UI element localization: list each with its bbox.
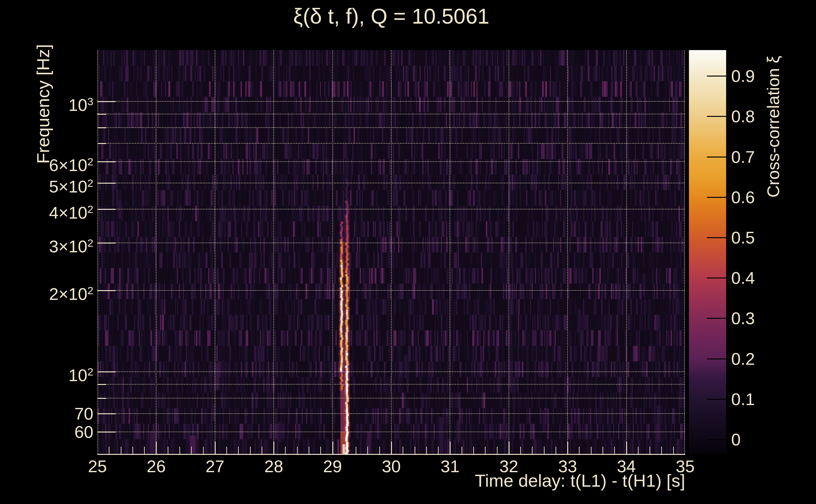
x-tick-label: 25 [72,457,123,475]
colorbar-tick-label: 0.8 [731,107,794,125]
colorbar-tick [707,157,726,157]
colorbar-tick-label: 0.4 [731,269,794,287]
figure: ξ(δ t, f), Q = 10.5061 Frequency [Hz] 10… [0,0,816,504]
x-tick-label: 26 [131,457,181,475]
colorbar-tick-label: 0.6 [731,188,794,206]
colorbar-tick-label: 0 [731,431,794,448]
y-tick-label: 2×102 [13,282,93,303]
colorbar-tick [707,399,726,400]
heatmap-canvas [97,50,685,455]
colorbar-tick-label: 0.1 [731,390,794,408]
colorbar-tick [707,197,726,198]
y-tick-label: 70 [13,405,93,422]
x-tick-label: 28 [249,457,299,475]
y-tick-label: 5×102 [13,174,93,195]
x-tick-label: 30 [366,457,417,475]
colorbar-tick-label: 0.9 [731,67,794,85]
colorbar-tick [707,439,726,440]
x-tick-label: 29 [308,457,358,475]
x-axis-title: Time delay: t(L1) - t(H1) [s] [475,471,685,490]
y-tick-label: 103 [13,93,93,114]
y-tick-label: 4×102 [13,200,93,221]
colorbar-tick [707,237,726,238]
colorbar-tick-label: 0.7 [731,148,794,166]
x-tick-label: 27 [190,457,240,475]
colorbar [689,50,726,454]
plot-area [97,50,685,455]
colorbar-tick [707,358,726,359]
y-tick-label: 3×102 [13,234,93,255]
colorbar-tick [707,278,726,278]
plot-title: ξ(δ t, f), Q = 10.5061 [97,2,685,30]
colorbar-tick-label: 0.3 [731,309,794,327]
colorbar-tick-label: 0.5 [731,229,794,246]
colorbar-title: Cross-correlation ξ [764,45,783,209]
y-tick-label: 60 [13,423,93,441]
y-tick-label: 6×102 [13,153,93,174]
x-tick-label: 31 [425,457,475,475]
colorbar-tick [707,76,726,77]
colorbar-tick [707,116,726,117]
y-tick-label: 102 [13,363,93,384]
colorbar-tick-label: 0.2 [731,350,794,368]
colorbar-tick [707,318,726,319]
